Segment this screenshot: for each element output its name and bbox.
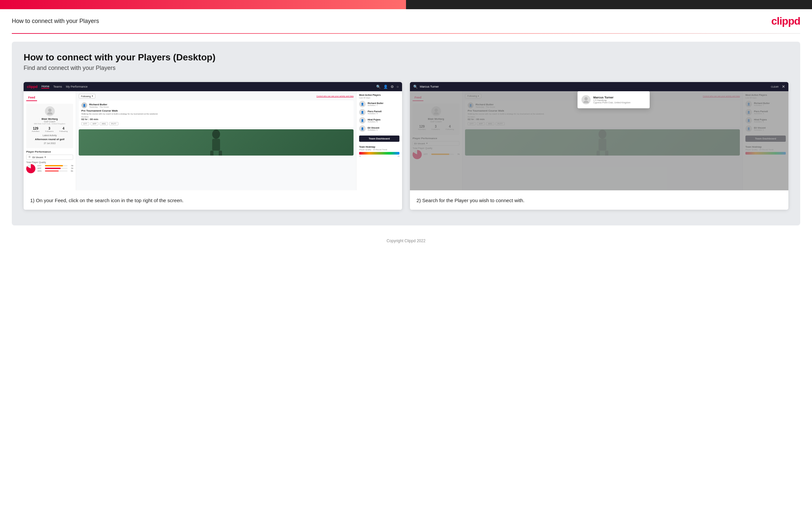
footer: Copyright Clippd 2022 <box>0 233 812 248</box>
player-row-2: 👤 Hiral Pujara Activities: 3 <box>359 117 399 124</box>
heatmap-bar <box>359 152 399 155</box>
caption-1: 1) On your Feed, click on the search ico… <box>23 190 402 210</box>
app-logo-1: clippd <box>27 85 37 89</box>
clear-button[interactable]: CLEAR <box>771 86 778 88</box>
app-center-panel: Following ▾ Control who can see your act… <box>76 91 356 190</box>
following-button[interactable]: Following ▾ <box>79 94 95 98</box>
svg-point-3 <box>212 130 220 139</box>
most-active-label: Most Active Players <box>359 94 399 96</box>
search-dropdown: Marcus Turner 1.5 Handicap Cypress Point… <box>577 91 650 108</box>
bar-app: APP 70 <box>37 167 73 169</box>
screenshots-row: clippd Home Teams My Performance 🔍 👤 ⚙ ○… <box>23 82 789 210</box>
settings-icon[interactable]: ⚙ <box>391 85 394 89</box>
profile-avatar <box>45 106 55 116</box>
player-row-1: 👤 Piers Parnell Activities: 4 <box>359 109 399 116</box>
activity-image <box>79 129 353 156</box>
search-result-handicap: 1.5 Handicap <box>593 99 631 101</box>
player-avatar-2: 👤 <box>359 117 366 124</box>
player-perf-label: Player Performance <box>26 150 73 153</box>
page-title: How to connect with your Players <box>12 18 99 25</box>
search-icon-overlay: 🔍 <box>413 85 418 89</box>
control-link[interactable]: Control who can see your activity and da… <box>317 95 353 97</box>
screenshot-1-inner: clippd Home Teams My Performance 🔍 👤 ⚙ ○… <box>23 82 402 190</box>
player-info-0: Richard Butler Activities: 7 <box>368 102 383 106</box>
latest-activity-date: 27 Jul 2022 <box>29 142 70 144</box>
svg-point-14 <box>583 101 589 103</box>
heatmap-scale: -5 +5 <box>359 155 399 157</box>
activity-card: 👤 Richard Butler Yesterday · The Grove P… <box>79 100 353 127</box>
bar-arg: ARG 61 <box>37 170 73 172</box>
following-row: Following ▾ Control who can see your act… <box>79 94 353 98</box>
people-icon[interactable]: 👤 <box>383 85 388 89</box>
stat-followers: 3 Followers <box>45 127 54 132</box>
activity-avatar: 👤 <box>81 102 87 108</box>
caption-2: 2) Search for the Player you wish to con… <box>410 190 789 210</box>
caption-text-1: 1) On your Feed, click on the search ico… <box>30 197 395 205</box>
bar-ott: OTT 79 <box>37 165 73 167</box>
player-row-3: 👤 Eli Vincent Activities: 1 <box>359 125 399 132</box>
avatar-icon[interactable]: ○ <box>396 85 399 89</box>
player-select[interactable]: Eli Vincent ▾ <box>26 155 73 160</box>
period-label: Last 30 days <box>359 97 399 99</box>
search-icon[interactable]: 🔍 <box>376 85 381 89</box>
search-bar: 🔍 Marcus Turner CLEAR ✕ <box>410 82 789 91</box>
svg-point-1 <box>47 112 52 115</box>
tag-arg: ARG <box>100 122 108 125</box>
latest-activity-val: Afternoon round of golf <box>29 138 70 141</box>
svg-point-2 <box>29 156 31 158</box>
nav-my-performance[interactable]: My Performance <box>66 85 88 88</box>
latest-activity-label: Latest Activity <box>29 134 70 136</box>
svg-rect-6 <box>219 151 222 156</box>
article-title: How to connect with your Players (Deskto… <box>23 52 789 63</box>
profile-name: Blair McHarg <box>29 118 70 120</box>
tag-row: OTT APP ARG PUTT <box>81 122 351 125</box>
header: How to connect with your Players clippd <box>0 9 812 33</box>
quality-score: 84 OTT 79 APP <box>26 164 73 173</box>
stats-row: 129 Activities 3 Followers 4 Following <box>29 127 70 132</box>
svg-rect-4 <box>212 139 220 151</box>
activity-duration: Duration 02 hr : 00 min <box>81 116 351 121</box>
activity-where: Yesterday · The Grove <box>89 106 109 108</box>
activity-who: 👤 Richard Butler Yesterday · The Grove <box>81 102 351 108</box>
screenshot-2-inner: clippd Home Teams My Performance 🔍 👤 Fee… <box>410 82 789 190</box>
app-nav-1: clippd Home Teams My Performance 🔍 👤 ⚙ ○ <box>23 82 402 91</box>
player-avatar-1: 👤 <box>359 109 366 116</box>
player-avatar-3: 👤 <box>359 125 366 132</box>
search-result-name: Marcus Turner <box>593 96 631 99</box>
clippd-logo: clippd <box>771 15 800 27</box>
quality-label: Total Player Quality <box>26 161 73 163</box>
app-left-panel: Feed Blair McHarg Golf Coach Mill Ride G… <box>23 91 76 190</box>
stat-activities: 129 Activities <box>32 127 40 132</box>
activity-desc: Walking the course with my coach to buil… <box>81 113 351 115</box>
profile-role: Golf Coach <box>29 120 70 123</box>
heatmap-period: Player Quality · 20 Round Trend <box>359 149 399 151</box>
search-input[interactable]: Marcus Turner <box>420 85 771 88</box>
screenshot-2: clippd Home Teams My Performance 🔍 👤 Fee… <box>410 82 789 210</box>
profile-card: Blair McHarg Golf Coach Mill Ride Golf C… <box>26 104 73 148</box>
copyright-text: Copyright Clippd 2022 <box>387 239 426 243</box>
search-result-item[interactable]: Marcus Turner 1.5 Handicap Cypress Point… <box>580 94 647 106</box>
player-row-0: 👤 Richard Butler Activities: 7 <box>359 101 399 107</box>
svg-point-13 <box>584 97 588 100</box>
chevron-down-icon: ▾ <box>45 156 46 159</box>
team-dashboard-button[interactable]: Team Dashboard <box>359 135 399 142</box>
article-subtitle: Find and connect with your Players <box>23 65 789 72</box>
svg-rect-5 <box>210 151 213 156</box>
team-heatmap-label: Team Heatmap <box>359 146 399 148</box>
app-right-panel: Most Active Players Last 30 days 👤 Richa… <box>356 91 402 190</box>
app-body-1: Feed Blair McHarg Golf Coach Mill Ride G… <box>23 91 402 190</box>
activity-person-name: Richard Butler <box>89 103 109 106</box>
nav-teams[interactable]: Teams <box>53 85 62 88</box>
feed-tab[interactable]: Feed <box>26 94 37 101</box>
screenshot-1: clippd Home Teams My Performance 🔍 👤 ⚙ ○… <box>23 82 402 210</box>
quality-bars: OTT 79 APP 70 ARG <box>37 165 73 173</box>
player-info-1: Piers Parnell Activities: 4 <box>368 110 381 115</box>
tag-app: APP <box>91 122 98 125</box>
nav-home[interactable]: Home <box>41 85 49 89</box>
caption-text-2: 2) Search for the Player you wish to con… <box>417 197 782 205</box>
tag-ott: OTT <box>81 122 89 125</box>
top-bar <box>0 0 812 9</box>
close-search-button[interactable]: ✕ <box>782 84 785 89</box>
tag-putt: PUTT <box>109 122 118 125</box>
score-circle: 84 <box>26 164 36 173</box>
